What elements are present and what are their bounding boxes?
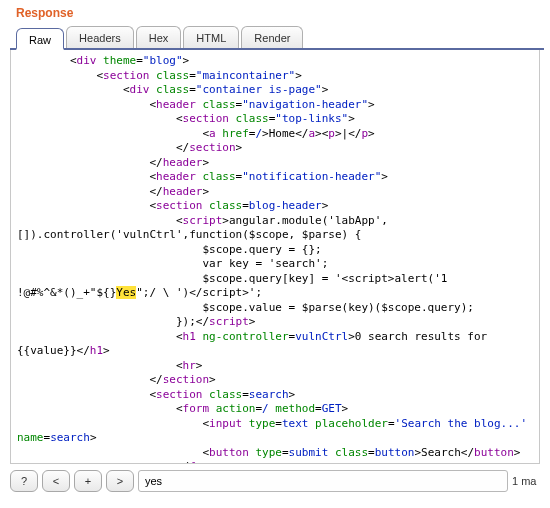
search-bar: ? < + > 1 ma [10, 470, 540, 492]
raw-body[interactable]: <div theme="blog"> <section class="mainc… [11, 50, 539, 463]
tab-headers[interactable]: Headers [66, 26, 134, 48]
match-count: 1 ma [512, 475, 540, 487]
help-button[interactable]: ? [10, 470, 38, 492]
tab-bar: Raw Headers Hex HTML Render [16, 26, 540, 50]
panel-title: Response [16, 6, 540, 20]
tab-html[interactable]: HTML [183, 26, 239, 48]
add-button[interactable]: + [74, 470, 102, 492]
tab-render[interactable]: Render [241, 26, 303, 48]
search-input[interactable] [138, 470, 508, 492]
prev-match-button[interactable]: < [42, 470, 70, 492]
tab-raw[interactable]: Raw [16, 28, 64, 50]
next-match-button[interactable]: > [106, 470, 134, 492]
tab-hex[interactable]: Hex [136, 26, 182, 48]
raw-content-frame: <div theme="blog"> <section class="mainc… [10, 50, 540, 464]
